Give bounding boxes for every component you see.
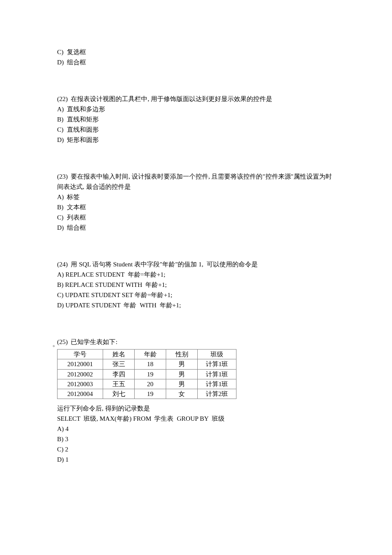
option-b: B) REPLACE STUDENT WITH 年龄+1;: [57, 280, 335, 290]
table-header-row: 学号 姓名 年龄 性别 班级: [58, 350, 236, 359]
question-after1: 运行下列命令后, 得到的记录数是: [57, 403, 335, 413]
option-c: C) 列表框: [57, 212, 335, 223]
option-b: B) 直线和矩形: [57, 114, 335, 124]
option-a: A) 4: [57, 424, 335, 434]
option-d: D) 组合框: [57, 57, 335, 67]
student-table-wrap: 学号 姓名 年龄 性别 班级 20120001张三18男计算1班20120002…: [57, 349, 335, 399]
table-header: 学号: [58, 350, 103, 359]
table-cell: 男: [166, 369, 198, 379]
table-cell: 19: [135, 369, 166, 379]
table-cell: 男: [166, 359, 198, 369]
table-cell: 20120002: [58, 369, 103, 379]
table-cell: 王五: [103, 379, 135, 389]
table-cell: 18: [135, 359, 166, 369]
table-cell: 20120003: [58, 379, 103, 389]
question-prompt: (25) 已知学生表如下:: [57, 337, 335, 347]
question-prompt: (24) 用 SQL 语句将 Student 表中字段"年龄"的值加 1, 可以…: [57, 259, 335, 269]
option-d: D) 1: [57, 454, 335, 465]
option-c: C) 复选框: [57, 47, 335, 57]
table-cell: 20: [135, 379, 166, 389]
option-d: D) 矩形和圆形: [57, 135, 335, 145]
table-header: 性别: [166, 350, 198, 359]
option-a: A) 直线和多边形: [57, 104, 335, 114]
table-cell: 20120004: [58, 389, 103, 399]
table-header: 班级: [198, 350, 236, 359]
question-prompt: (23) 要在报表中输入时间, 设计报表时要添加一个控件, 且需要将该控件的"控…: [57, 171, 335, 192]
table-header: 姓名: [103, 350, 135, 359]
option-c: C) 2: [57, 444, 335, 454]
table-cell: 19: [135, 389, 166, 399]
table-cell: 计算2班: [198, 389, 236, 399]
option-c: C) 直线和圆形: [57, 124, 335, 135]
question-prompt: (22) 在报表设计视图的工具栏中, 用于修饰版面以达到更好显示效果的控件是: [57, 94, 335, 104]
option-a: A) 标签: [57, 192, 335, 202]
table-row: 20120004刘七19女计算2班: [58, 389, 236, 399]
table-row: 20120001张三18男计算1班: [58, 359, 236, 369]
table-cell: 计算1班: [198, 379, 236, 389]
table-cell: 刘七: [103, 389, 135, 399]
option-a: A) REPLACE STUDENT 年龄=年龄+1;: [57, 269, 335, 280]
table-row: 20120002李四19男计算1班: [58, 369, 236, 379]
option-d: D) UPDATE STUDENT 年龄 WITH 年龄+1;: [57, 300, 335, 310]
question-intro: C) 复选框 D) 组合框: [57, 47, 335, 67]
question-25: (25) 已知学生表如下: 学号 姓名 年龄 性别 班级 20120001张三1…: [57, 337, 335, 465]
table-cell: 女: [166, 389, 198, 399]
option-d: D) 组合框: [57, 223, 335, 233]
question-23: (23) 要在报表中输入时间, 设计报表时要添加一个控件, 且需要将该控件的"控…: [57, 171, 335, 233]
student-table: 学号 姓名 年龄 性别 班级 20120001张三18男计算1班20120002…: [57, 349, 236, 399]
table-row: 20120003王五20男计算1班: [58, 379, 236, 389]
table-cell: 计算1班: [198, 359, 236, 369]
question-22: (22) 在报表设计视图的工具栏中, 用于修饰版面以达到更好显示效果的控件是 A…: [57, 94, 335, 145]
table-cell: 20120001: [58, 359, 103, 369]
table-cell: 张三: [103, 359, 135, 369]
question-24: (24) 用 SQL 语句将 Student 表中字段"年龄"的值加 1, 可以…: [57, 259, 335, 310]
table-header: 年龄: [135, 350, 166, 359]
option-b: B) 文本框: [57, 202, 335, 212]
table-cell: 李四: [103, 369, 135, 379]
table-cell: 男: [166, 379, 198, 389]
table-cell: 计算1班: [198, 369, 236, 379]
option-c: C) UPDATE STUDENT SET 年龄=年龄+1;: [57, 290, 335, 300]
option-b: B) 3: [57, 434, 335, 444]
question-after2: SELECT 班级, MAX(年龄) FROM 学生表 GROUP BY 班级: [57, 413, 335, 424]
